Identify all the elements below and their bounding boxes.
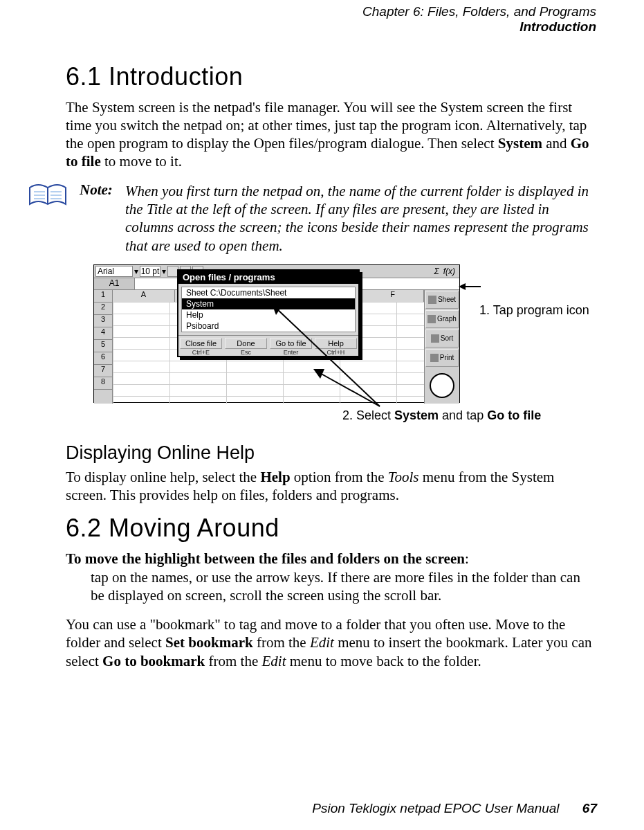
callout-tap-program-icon: 1. Tap program icon [479, 303, 589, 318]
moving-lead: To move the highlight between the files … [66, 550, 592, 568]
sidebar-print-button[interactable]: Print [425, 349, 459, 367]
sidebar-sheet-button[interactable]: Sheet [425, 291, 459, 309]
close-file-button[interactable]: Close file [180, 338, 222, 349]
row-header[interactable]: 5 [94, 340, 112, 352]
embedded-screenshot: Arial ▾ 10 pt ▾ Σ f(x) A1 1 2 3 4 [93, 264, 460, 403]
list-item-selected[interactable]: System [182, 298, 355, 309]
help-button[interactable]: Help [315, 338, 357, 349]
cell-reference[interactable]: A1 [94, 278, 135, 289]
open-files-dialog: Open files / programs Sheet C:\Documents… [177, 269, 360, 357]
note-block: Note: When you first turn the netpad on,… [28, 181, 592, 255]
row-headers: 1 2 3 4 5 6 7 8 [94, 290, 113, 404]
shortcut-label: Ctrl+H [313, 349, 358, 356]
column-header[interactable]: A [113, 290, 175, 302]
note-label: Note: [80, 181, 113, 198]
moving-list-item: tap on the names, or use the arrow keys.… [91, 568, 592, 605]
sigma-icon[interactable]: Σ [434, 267, 439, 276]
callout-select-system: 2. Select System and tap Go to file [342, 408, 592, 423]
row-header[interactable]: 3 [94, 315, 112, 327]
running-header-section: Introduction [66, 19, 596, 35]
sidebar-graph-button[interactable]: Graph [425, 310, 459, 328]
page-footer: Psion Teklogix netpad EPOC User Manual 6… [0, 801, 644, 816]
online-help-paragraph: To display online help, select the Help … [66, 468, 592, 505]
list-item[interactable]: Sheet C:\Documents\Sheet [182, 287, 355, 298]
shortcut-label: Esc [223, 349, 268, 356]
intro-paragraph: The System screen is the netpad's file m… [66, 98, 592, 171]
dialog-button-row: Close fileCtrl+E DoneEsc Go to fileEnter… [178, 335, 358, 356]
note-text: Note: When you first turn the netpad on,… [80, 181, 592, 255]
heading-6-2: 6.2 Moving Around [66, 514, 592, 543]
book-title: Psion Teklogix netpad EPOC User Manual [312, 801, 559, 815]
sort-icon [431, 334, 439, 343]
list-item[interactable]: Psiboard [182, 321, 355, 332]
row-header[interactable]: 4 [94, 327, 112, 340]
font-name-combo[interactable]: Arial [95, 266, 133, 277]
graph-icon [427, 315, 436, 323]
row-header[interactable]: 2 [94, 303, 112, 315]
sidebar-sort-button[interactable]: Sort [425, 330, 459, 348]
row-header[interactable]: 8 [94, 377, 112, 390]
column-header[interactable]: F [362, 290, 424, 302]
shortcut-label: Enter [268, 349, 313, 356]
go-to-file-button[interactable]: Go to file [270, 338, 312, 349]
note-body: When you first turn the netpad on, the n… [125, 182, 592, 255]
subheading-online-help: Displaying Online Help [66, 442, 592, 464]
figure-open-files-dialog: Arial ▾ 10 pt ▾ Σ f(x) A1 1 2 3 4 [93, 264, 592, 403]
open-book-icon [28, 181, 67, 208]
fx-icon[interactable]: f(x) [443, 267, 455, 276]
done-button[interactable]: Done [225, 338, 267, 349]
row-header[interactable]: 7 [94, 365, 112, 377]
list-item[interactable]: Help [182, 309, 355, 321]
arrow-icon [459, 282, 481, 291]
running-header-chapter: Chapter 6: Files, Folders, and Programs [66, 4, 596, 19]
row-header[interactable]: 6 [94, 352, 112, 365]
page-number: 67 [582, 801, 597, 815]
dialog-title: Open files / programs [178, 271, 358, 284]
clock-icon [425, 368, 459, 404]
print-icon [430, 354, 439, 362]
dialog-list: Sheet C:\Documents\Sheet System Help Psi… [181, 287, 356, 332]
bookmark-paragraph: You can use a "bookmark" to tag and move… [66, 615, 592, 670]
shortcut-label: Ctrl+E [178, 349, 223, 356]
program-sidebar: Sheet Graph Sort Print [424, 290, 459, 404]
running-header: Chapter 6: Files, Folders, and Programs … [66, 4, 596, 35]
font-size-combo[interactable]: 10 pt [140, 266, 160, 277]
row-header[interactable]: 1 [94, 290, 112, 303]
heading-6-1: 6.1 Introduction [66, 62, 592, 91]
sheet-icon [428, 296, 436, 304]
